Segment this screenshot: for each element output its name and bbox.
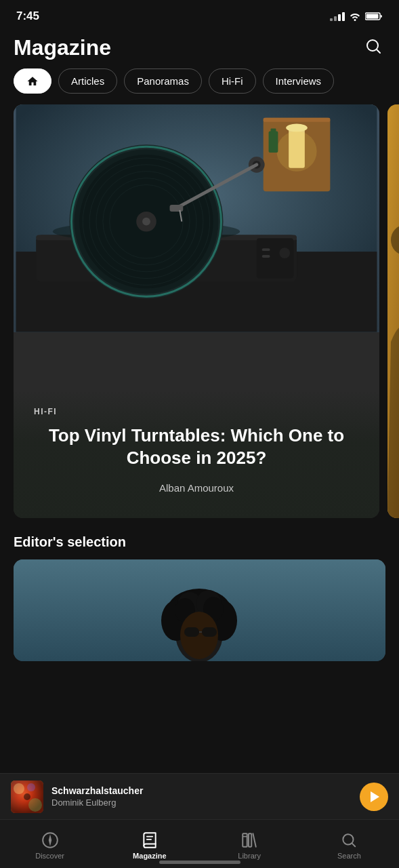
svg-marker-58 (48, 838, 51, 846)
svg-point-30 (142, 218, 150, 226)
svg-rect-48 (184, 627, 199, 637)
nav-item-search[interactable]: Search (299, 826, 399, 863)
svg-rect-6 (264, 118, 331, 122)
peek-card-image (387, 104, 399, 518)
svg-rect-16 (262, 248, 270, 251)
turntable-illustration (14, 104, 379, 332)
status-time: 7:45 (16, 9, 39, 23)
svg-rect-49 (202, 627, 217, 637)
tab-articles[interactable]: Articles (58, 68, 117, 94)
wifi-icon (349, 12, 361, 21)
svg-rect-62 (249, 833, 251, 847)
editors-selection-header: Editor's selection (0, 518, 399, 559)
hero-card-image (14, 104, 379, 332)
page-title: Magazine (14, 35, 111, 60)
track-artist: Dominik Eulberg (51, 797, 352, 808)
play-icon (371, 791, 379, 802)
header: Magazine (0, 30, 399, 68)
svg-point-18 (279, 248, 290, 258)
nav-label-discover: Discover (35, 852, 64, 860)
svg-rect-15 (257, 238, 293, 278)
nav-label-library: Library (238, 852, 261, 860)
card-author: Alban Amouroux (34, 482, 359, 494)
card-category: HI-FI (34, 407, 359, 416)
track-info: Schwarzhalstaucher Dominik Eulberg (51, 785, 352, 808)
nav-label-search: Search (337, 852, 361, 860)
svg-rect-1 (366, 14, 379, 19)
track-name: Schwarzhalstaucher (51, 785, 352, 796)
nav-label-magazine: Magazine (133, 852, 167, 860)
play-button[interactable] (360, 783, 388, 811)
hero-card-content: HI-FI Top Vinyl Turntables: Which One to… (14, 391, 379, 518)
nav-item-magazine[interactable]: Magazine (100, 826, 199, 863)
hero-card-peek[interactable] (387, 104, 399, 518)
hero-carousel: HI-FI Top Vinyl Turntables: Which One to… (0, 104, 399, 518)
svg-rect-34 (170, 205, 184, 212)
svg-rect-61 (243, 833, 247, 847)
search-icon (365, 38, 383, 56)
card-title: Top Vinyl Turntables: Which One to Choos… (34, 425, 359, 469)
status-bar: 7:45 (0, 0, 399, 30)
hero-card-main[interactable]: HI-FI Top Vinyl Turntables: Which One to… (14, 104, 379, 518)
nav-item-library[interactable]: Library (200, 826, 299, 863)
editor-card-image (14, 559, 385, 661)
signal-icon (330, 12, 345, 21)
search-nav-icon (340, 831, 358, 849)
now-playing-bar[interactable]: Schwarzhalstaucher Dominik Eulberg (0, 773, 399, 819)
svg-rect-11 (271, 129, 276, 134)
svg-point-8 (286, 124, 308, 132)
svg-point-9 (276, 132, 316, 172)
book-icon (141, 831, 159, 849)
filter-tabs: Articles Panoramas Hi-Fi Interviews (0, 68, 399, 104)
album-art (11, 781, 43, 813)
compass-icon (41, 831, 59, 849)
nav-item-discover[interactable]: Discover (0, 826, 100, 863)
home-indicator (159, 861, 240, 864)
library-icon (240, 831, 258, 849)
search-button[interactable] (362, 35, 385, 60)
tab-hifi[interactable]: Hi-Fi (209, 68, 256, 94)
tab-interviews[interactable]: Interviews (263, 68, 335, 94)
status-icons (330, 12, 383, 21)
battery-icon (365, 12, 383, 21)
tab-home[interactable] (14, 68, 51, 94)
svg-rect-10 (269, 132, 278, 153)
tab-panoramas[interactable]: Panoramas (124, 68, 202, 94)
editor-card[interactable] (14, 559, 385, 661)
svg-rect-17 (262, 255, 270, 258)
